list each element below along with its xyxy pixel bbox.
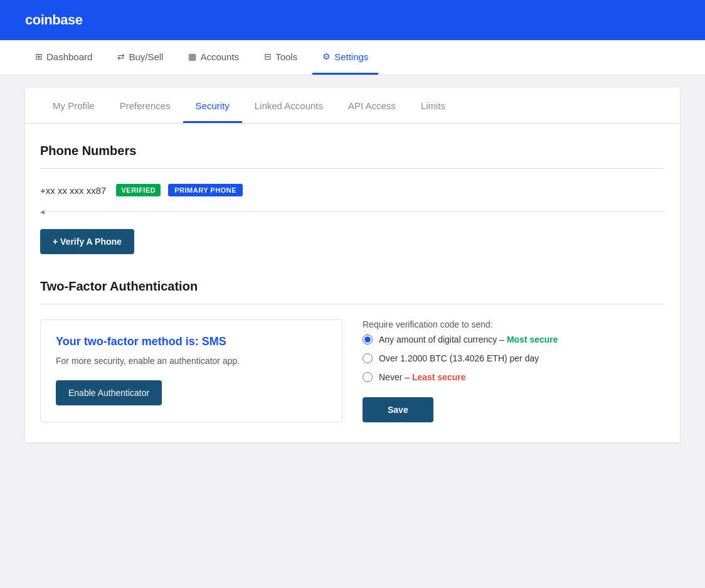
nav-tools-label: Tools xyxy=(275,51,297,62)
nav-accounts-label: Accounts xyxy=(200,51,239,62)
primary-phone-badge: PRIMARY PHONE xyxy=(168,184,243,196)
dashboard-icon: ⊞ xyxy=(35,51,43,61)
option-never[interactable]: Never – Least secure xyxy=(363,372,665,382)
settings-tabs: My Profile Preferences Security Linked A… xyxy=(25,88,680,124)
two-factor-grid: Your two-factor method is: SMS For more … xyxy=(40,319,665,422)
phone-numbers-title: Phone Numbers xyxy=(40,144,665,158)
nav-dashboard[interactable]: ⊞ Dashboard xyxy=(25,40,102,75)
nav-buysell[interactable]: ⇄ Buy/Sell xyxy=(107,40,173,75)
top-bar: coinbase xyxy=(0,0,705,40)
two-factor-method-title: Your two-factor method is: SMS xyxy=(56,335,327,348)
brand-logo: coinbase xyxy=(25,12,82,28)
buysell-icon: ⇄ xyxy=(117,51,125,61)
option-over-label: Over 1.2000 BTC (13.4026 ETH) per day xyxy=(379,353,539,363)
option-over-amount[interactable]: Over 1.2000 BTC (13.4026 ETH) per day xyxy=(363,353,665,363)
tab-security[interactable]: Security xyxy=(183,88,242,123)
phone-number: +xx xx xxx xx87 xyxy=(40,185,106,196)
two-factor-section: Two-Factor Authentication Your two-facto… xyxy=(40,279,665,422)
verification-panel: Require verification code to send: Any a… xyxy=(363,319,665,422)
settings-content: Phone Numbers +xx xx xxx xx87 VERIFIED P… xyxy=(25,124,680,442)
two-factor-description: For more security, enable an authenticat… xyxy=(56,355,327,368)
option-any-label: Any amount of digital currency – Most se… xyxy=(379,334,558,345)
verification-title: Require verification code to send: xyxy=(363,319,665,329)
option-never-label: Never – Least secure xyxy=(379,372,466,382)
least-secure-label: Least secure xyxy=(412,372,466,382)
nav-settings-label: Settings xyxy=(334,51,368,62)
accounts-icon: ▦ xyxy=(188,51,196,61)
save-button[interactable]: Save xyxy=(363,397,433,422)
settings-card: My Profile Preferences Security Linked A… xyxy=(25,88,680,442)
content-wrapper: My Profile Preferences Security Linked A… xyxy=(0,75,705,455)
nav-accounts[interactable]: ▦ Accounts xyxy=(178,40,249,75)
radio-any-amount[interactable] xyxy=(363,334,373,345)
two-factor-divider xyxy=(40,304,665,304)
option-any-amount[interactable]: Any amount of digital currency – Most se… xyxy=(363,334,665,345)
nav-settings[interactable]: ⚙ Settings xyxy=(312,40,378,75)
verification-options: Any amount of digital currency – Most se… xyxy=(363,334,665,382)
tab-api-access[interactable]: API Access xyxy=(336,88,408,123)
phone-row: +xx xx xxx xx87 VERIFIED PRIMARY PHONE xyxy=(40,184,665,196)
enable-authenticator-button[interactable]: Enable Authenticator xyxy=(56,380,162,405)
radio-over-amount[interactable] xyxy=(363,353,373,363)
two-factor-title: Two-Factor Authentication xyxy=(40,279,665,294)
most-secure-label: Most secure xyxy=(507,334,558,345)
tab-preferences[interactable]: Preferences xyxy=(107,88,183,123)
verify-phone-button[interactable]: + Verify A Phone xyxy=(40,229,134,254)
nav-buysell-label: Buy/Sell xyxy=(129,51,163,62)
save-row: Save xyxy=(363,397,665,422)
settings-icon: ⚙ xyxy=(322,51,331,61)
tab-my-profile[interactable]: My Profile xyxy=(40,88,107,123)
scroll-indicator: ◂ xyxy=(40,206,665,216)
tab-limits[interactable]: Limits xyxy=(408,88,458,123)
scroll-left-arrow[interactable]: ◂ xyxy=(40,206,45,216)
nav-dashboard-label: Dashboard xyxy=(46,51,92,62)
tab-linked-accounts[interactable]: Linked Accounts xyxy=(242,88,336,123)
two-factor-left-panel: Your two-factor method is: SMS For more … xyxy=(40,319,342,422)
tools-icon: ⊟ xyxy=(264,51,272,61)
radio-never[interactable] xyxy=(363,372,373,382)
verified-badge: VERIFIED xyxy=(116,184,161,196)
nav-tools[interactable]: ⊟ Tools xyxy=(254,40,307,75)
main-nav: ⊞ Dashboard ⇄ Buy/Sell ▦ Accounts ⊟ Tool… xyxy=(0,40,705,75)
phone-divider xyxy=(40,168,665,169)
